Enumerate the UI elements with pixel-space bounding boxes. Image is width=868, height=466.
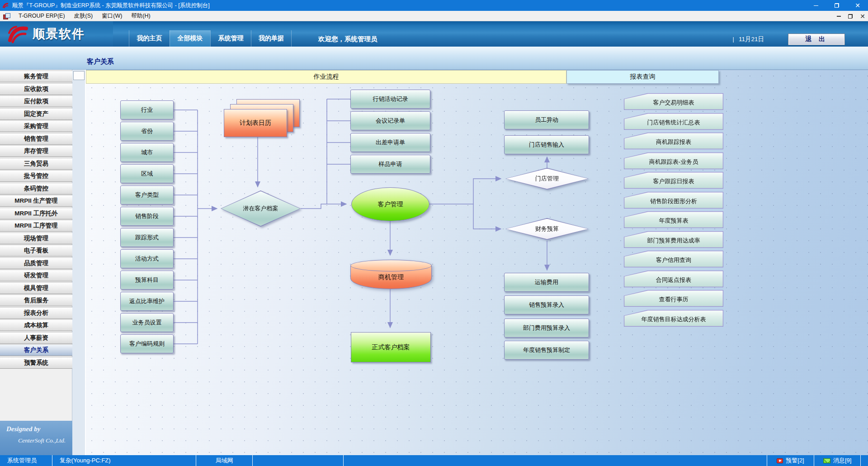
flow-node-sample-request[interactable]: 样品申请 xyxy=(350,155,430,174)
report-opportunity-by-salesman[interactable]: 商机跟踪表-业务员 xyxy=(624,152,723,169)
report-annual-budget[interactable]: 年度预算表 xyxy=(624,211,723,228)
flow-node-meeting-record[interactable]: 会议记录单 xyxy=(350,111,430,130)
flow-node-sales-stage[interactable]: 销售阶段 xyxy=(120,207,174,226)
status-network: 局域网 xyxy=(196,455,253,466)
flow-node-potential-customer[interactable]: 潜在客户档案 xyxy=(221,190,301,227)
flow-node-transport-cost[interactable]: 运输费用 xyxy=(504,273,589,292)
report-customer-credit[interactable]: 客户信用查询 xyxy=(624,251,723,267)
menu-skin[interactable]: 皮肤(S) xyxy=(70,11,98,21)
sidebar-item-costing[interactable]: 成本核算 xyxy=(0,319,72,331)
flow-node-store-management[interactable]: 门店管理 xyxy=(505,168,589,190)
flow-node-sales-budget-entry[interactable]: 销售预算录入 xyxy=(504,295,589,314)
report-sales-stage-graph[interactable]: 销售阶段图形分析 xyxy=(624,192,723,209)
designed-by-text: Designed by xyxy=(6,425,40,433)
child-close-icon[interactable]: ✕ xyxy=(860,13,865,19)
logo-text: 顺景软件 xyxy=(33,26,85,42)
flow-node-tracking-method[interactable]: 跟踪形式 xyxy=(120,228,174,247)
close-button[interactable]: ✕ xyxy=(847,0,868,11)
restore-button[interactable] xyxy=(826,0,847,11)
sidebar-item-sales[interactable]: 销售管理 xyxy=(0,133,72,145)
menu-tgroup-erp[interactable]: T-GROUP ERP(E) xyxy=(14,11,70,20)
sidebar-item-accounting[interactable]: 账务管理 xyxy=(0,71,72,82)
sidebar-item-inventory[interactable]: 库存管理 xyxy=(0,145,72,157)
alert-icon xyxy=(777,458,783,463)
breadcrumb-band: 客户关系 xyxy=(0,47,868,70)
flow-node-customer-code-rule[interactable]: 客户编码规则 xyxy=(120,334,174,353)
sidebar-item-mrp2-process[interactable]: MRPII 工序管理 xyxy=(0,220,72,232)
flow-node-industry[interactable]: 行业 xyxy=(120,100,174,119)
tab-my-home[interactable]: 我的主页 xyxy=(129,30,170,47)
sidebar-item-triangle-trade[interactable]: 三角贸易 xyxy=(0,158,72,170)
sidebar-item-mrp2-production[interactable]: MRPII 生产管理 xyxy=(0,195,72,207)
sidebar-item-fixed-assets[interactable]: 固定资产 xyxy=(0,108,72,120)
flowchart-panel: 作业流程 报表查询 行业 省份 城市 区域 客户类型 销售阶段 跟踪形式 活动方… xyxy=(86,70,868,455)
company-logo-icon xyxy=(6,24,30,44)
menu-window[interactable]: 窗口(W) xyxy=(97,11,127,21)
process-section-header: 作业流程 xyxy=(86,70,566,84)
flow-node-marketing-activity[interactable]: 行销活动记录 xyxy=(350,90,430,109)
flow-node-business-trip[interactable]: 出差申请单 xyxy=(350,133,430,152)
flow-node-employee-change[interactable]: 员工异动 xyxy=(504,110,589,129)
sidebar-item-purchasing[interactable]: 采购管理 xyxy=(0,120,72,132)
report-dept-budget-achievement[interactable]: 部门预算费用达成率 xyxy=(624,231,723,248)
report-view-calendar[interactable]: 查看行事历 xyxy=(624,290,723,307)
logo-area: 顺景软件 xyxy=(0,21,113,47)
sidebar-item-report-analysis[interactable]: 报表分析 xyxy=(0,307,72,319)
tab-my-documents[interactable]: 我的单据 xyxy=(251,30,292,47)
window-title: 顺景『T-GROUP』制造业ERP系统 - 东莞顺景软件科技有限公司 - [系统… xyxy=(12,2,210,10)
tab-all-modules[interactable]: 全部模块 xyxy=(170,30,210,47)
flow-node-financial-budget[interactable]: 财务预算 xyxy=(505,218,589,240)
flow-node-province[interactable]: 省份 xyxy=(120,122,174,141)
app-logo-icon xyxy=(2,2,9,9)
sidebar-item-receivables[interactable]: 应收款项 xyxy=(0,83,72,95)
app-header: 顺景软件 我的主页 全部模块 系统管理 我的单据 欢迎您，系统管理员 |11月2… xyxy=(0,21,868,47)
collapse-handle[interactable] xyxy=(73,71,85,80)
sidebar-item-after-sales[interactable]: 售后服务 xyxy=(0,295,72,306)
sidebar-item-hr-payroll[interactable]: 人事薪资 xyxy=(0,332,72,344)
splitter-gutter[interactable] xyxy=(72,70,86,455)
sidebar-item-alert-system[interactable]: 预警系统 xyxy=(0,357,72,369)
report-annual-sales-target[interactable]: 年度销售目标达成分析表 xyxy=(624,310,723,327)
flow-node-formal-customer[interactable]: 正式客户档案 xyxy=(351,332,431,362)
report-opportunity-tracking[interactable]: 商机跟踪报表 xyxy=(624,133,723,149)
flow-node-store-sales-input[interactable]: 门店销售输入 xyxy=(504,135,589,154)
flow-node-salesman-setup[interactable]: 业务员设置 xyxy=(120,313,174,332)
child-restore-icon[interactable] xyxy=(848,14,853,19)
flow-node-annual-sales-budget[interactable]: 年度销售预算制定 xyxy=(504,341,589,360)
report-contract-rebate[interactable]: 合同返点报表 xyxy=(624,271,723,287)
flow-node-dept-expense-budget[interactable]: 部门费用预算录入 xyxy=(504,319,589,338)
centersoft-text: CenterSoft Co.,Ltd. xyxy=(18,437,66,444)
flow-node-rebate-rate[interactable]: 返点比率维护 xyxy=(120,292,174,311)
sidebar-item-customer-relations[interactable]: 客户关系 xyxy=(0,344,72,356)
flow-node-city[interactable]: 城市 xyxy=(120,143,174,162)
minimize-button[interactable] xyxy=(806,0,826,11)
branding-panel: Designed by CenterSoft Co.,Ltd. xyxy=(0,421,72,455)
status-message[interactable]: 消息[9] xyxy=(814,455,861,466)
flow-node-plan-calendar[interactable]: 计划表日历 xyxy=(224,109,287,137)
sidebar-item-barcode[interactable]: 条码管控 xyxy=(0,183,72,195)
sidebar-item-kanban[interactable]: 电子看板 xyxy=(0,245,72,257)
flow-node-region[interactable]: 区域 xyxy=(120,164,174,183)
exit-button[interactable]: 退 出 xyxy=(788,34,844,45)
status-host: 复杂(Young-PC:FZ) xyxy=(52,455,196,466)
sidebar-item-quality[interactable]: 品质管理 xyxy=(0,257,72,269)
flow-node-opportunity-management[interactable]: 商机管理 xyxy=(350,260,432,289)
sidebar-item-mold[interactable]: 模具管理 xyxy=(0,282,72,294)
flow-node-customer-type[interactable]: 客户类型 xyxy=(120,185,174,204)
sidebar-item-lot-control[interactable]: 批号管控 xyxy=(0,170,72,182)
welcome-text: 欢迎您，系统管理员 xyxy=(318,35,377,43)
sidebar-item-mrp2-outsourcing[interactable]: MRPII 工序托外 xyxy=(0,208,72,219)
sidebar-item-rnd[interactable]: 研发管理 xyxy=(0,270,72,281)
report-customer-transactions[interactable]: 客户交易明细表 xyxy=(624,93,723,110)
status-alert[interactable]: 预警[2] xyxy=(767,455,815,466)
flow-node-budget-subject[interactable]: 预算科目 xyxy=(120,271,174,290)
report-customer-tracking-daily[interactable]: 客户跟踪日报表 xyxy=(624,172,723,189)
child-minimize-icon[interactable] xyxy=(837,16,841,17)
flow-node-activity-method[interactable]: 活动方式 xyxy=(120,249,174,268)
flow-node-customer-management[interactable]: 客户管理 xyxy=(351,187,429,221)
tab-system-admin[interactable]: 系统管理 xyxy=(210,30,251,47)
sidebar-item-shopfloor[interactable]: 现场管理 xyxy=(0,233,72,244)
report-store-sales-summary[interactable]: 门店销售统计汇总表 xyxy=(624,113,723,130)
menu-help[interactable]: 帮助(H) xyxy=(127,11,155,21)
sidebar-item-payables[interactable]: 应付款项 xyxy=(0,95,72,107)
